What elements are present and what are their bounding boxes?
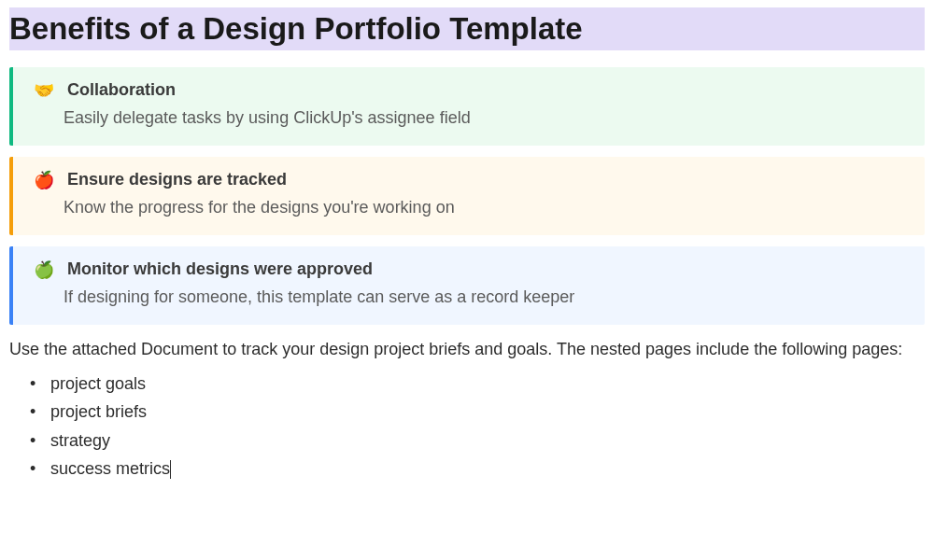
list-item[interactable]: success metrics <box>28 455 925 483</box>
text-cursor <box>170 460 171 479</box>
handshake-icon: 🤝 <box>34 82 54 99</box>
list-item[interactable]: project briefs <box>28 398 925 427</box>
apple-icon: 🍎 <box>34 172 54 189</box>
callout-collaboration[interactable]: 🤝 Collaboration Easily delegate tasks by… <box>9 67 925 146</box>
callout-title: Collaboration <box>67 80 176 100</box>
green-apple-icon: 🍏 <box>34 261 54 278</box>
callout-body: Know the progress for the designs you're… <box>64 195 908 220</box>
callout-tracking[interactable]: 🍎 Ensure designs are tracked Know the pr… <box>9 157 925 235</box>
callout-approval[interactable]: 🍏 Monitor which designs were approved If… <box>9 246 925 325</box>
callout-header: 🍏 Monitor which designs were approved <box>34 259 908 279</box>
page-title[interactable]: Benefits of a Design Portfolio Template <box>9 7 925 50</box>
callout-body: Easily delegate tasks by using ClickUp's… <box>64 105 908 131</box>
list-item[interactable]: project goals <box>28 370 925 399</box>
callout-body: If designing for someone, this template … <box>64 285 908 310</box>
callout-title: Monitor which designs were approved <box>67 259 373 279</box>
callout-header: 🍎 Ensure designs are tracked <box>34 170 908 189</box>
callout-header: 🤝 Collaboration <box>34 80 908 100</box>
bullet-list[interactable]: project goals project briefs strategy su… <box>9 370 925 483</box>
callout-title: Ensure designs are tracked <box>67 170 287 189</box>
intro-paragraph[interactable]: Use the attached Document to track your … <box>9 336 925 364</box>
list-item[interactable]: strategy <box>28 427 925 455</box>
